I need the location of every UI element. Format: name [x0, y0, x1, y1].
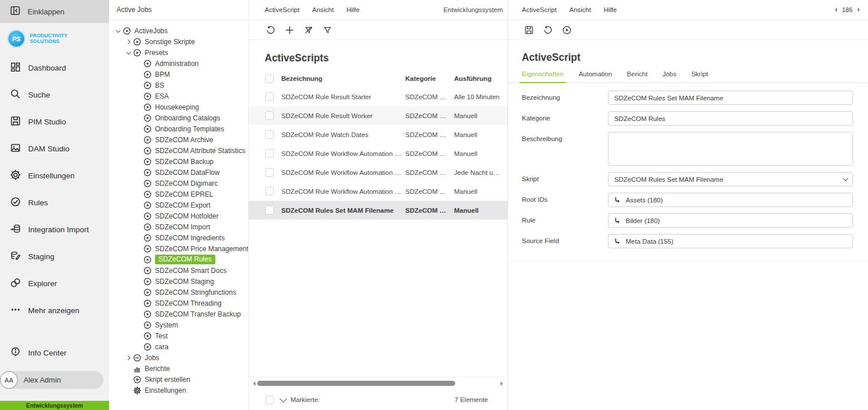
tree-item[interactable]: Skript erstellen: [109, 374, 248, 385]
tab-skript[interactable]: Skript: [691, 71, 708, 83]
menu-ansicht[interactable]: Ansicht: [569, 6, 591, 13]
source-field-field[interactable]: Meta Data (155): [608, 234, 853, 248]
tree-item[interactable]: Einstellungen: [109, 385, 248, 396]
sidebar-item-dam-studio[interactable]: DAM Studio: [0, 135, 109, 162]
tree-item[interactable]: SDZeCOM Threading: [109, 298, 248, 309]
sidebar-item-explorer[interactable]: Explorer: [0, 270, 109, 297]
tree-item[interactable]: SDZeCOM Import: [109, 221, 248, 232]
tree-item[interactable]: Presets: [109, 47, 248, 58]
table-row[interactable]: SDZeCOM Rule Workflow Automation Starter…: [249, 163, 507, 182]
sidebar-item-rules[interactable]: Rules: [0, 189, 109, 216]
tab-jobs[interactable]: Jobs: [662, 71, 676, 83]
tree-expander-icon[interactable]: [125, 38, 133, 46]
tree-expander-icon[interactable]: [115, 27, 123, 35]
collapse-sidebar-button[interactable]: Einklappen: [0, 0, 109, 23]
tree-item[interactable]: Housekeeping: [109, 101, 248, 112]
menu-activescript[interactable]: ActiveScript: [265, 6, 300, 13]
run-icon[interactable]: [561, 24, 572, 36]
column-kategorie[interactable]: Kategorie: [405, 75, 454, 82]
pager-prev-icon[interactable]: [832, 7, 837, 12]
sidebar-item-info-center[interactable]: Info Center: [0, 341, 109, 364]
tree-item[interactable]: Sonstige Skripte: [109, 36, 248, 47]
menu-hilfe[interactable]: Hilfe: [603, 6, 617, 13]
tree-item[interactable]: SDZeCOM Export: [109, 200, 248, 210]
tree-item[interactable]: System: [109, 319, 248, 330]
skript-select[interactable]: SDZeCOM Rules Set MAM Filename: [608, 172, 853, 186]
save-icon[interactable]: [523, 24, 534, 36]
tree-item[interactable]: BPM: [109, 69, 248, 80]
root-ids-field[interactable]: Assets (180): [608, 193, 853, 207]
row-checkbox[interactable]: [265, 130, 274, 139]
table-row[interactable]: SDZeCOM Rules Set MAM FilenameSDZeCOM Ru…: [249, 201, 507, 220]
table-row[interactable]: SDZeCOM Rule Result StarterSDZeCOM Rules…: [249, 87, 507, 106]
tree-item[interactable]: cara: [109, 341, 248, 352]
row-checkbox[interactable]: [265, 168, 274, 177]
sidebar-item-staging[interactable]: Staging: [0, 243, 109, 270]
scroll-left-icon[interactable]: [251, 381, 255, 386]
refresh-icon[interactable]: [542, 24, 553, 36]
table-row[interactable]: SDZeCOM Rule Workflow Automation WorkerS…: [249, 182, 507, 201]
tree-item[interactable]: BS: [109, 80, 248, 91]
column-bezeichnung[interactable]: Bezeichnung: [281, 75, 405, 82]
table-row[interactable]: SDZeCOM Rule Result WorkerSDZeCOM RulesM…: [249, 106, 507, 125]
marked-label[interactable]: Markierte:: [290, 396, 320, 403]
row-checkbox[interactable]: [265, 206, 274, 214]
tree-item[interactable]: Onboarding Catalogs: [109, 112, 248, 123]
scrollbar-thumb[interactable]: [257, 381, 455, 386]
tree-item[interactable]: SDZeCOM Ingredients: [109, 232, 248, 243]
row-checkbox[interactable]: [265, 92, 274, 101]
scrollbar-track[interactable]: [257, 381, 499, 386]
tree-expander-icon[interactable]: [125, 354, 133, 362]
tree-item[interactable]: SDZeCOM DataFlow: [109, 167, 248, 178]
row-checkbox[interactable]: [265, 187, 274, 196]
menu-ansicht[interactable]: Ansicht: [312, 6, 334, 13]
tree-item[interactable]: SDZeCOM Transfer Backup: [109, 309, 248, 319]
scroll-right-icon[interactable]: [501, 381, 505, 386]
tree-item[interactable]: SDZeCOM Price Management: [109, 243, 248, 254]
chevron-down-icon[interactable]: [280, 395, 287, 403]
beschreibung-textarea[interactable]: [608, 132, 853, 166]
tree-item[interactable]: SDZeCOM EPREL: [109, 189, 248, 200]
tree-item[interactable]: ActiveJobs: [109, 25, 248, 36]
sidebar-item-integration-import[interactable]: Integration Import: [0, 216, 109, 243]
tree-item[interactable]: Administration: [109, 58, 248, 69]
sidebar-item-dashboard[interactable]: Dashboard: [0, 54, 109, 81]
tree-item[interactable]: SDZeCOM Staging: [109, 276, 248, 287]
tree-expander-icon[interactable]: [125, 49, 133, 57]
tree-item[interactable]: SDZeCOM Digimarc: [109, 178, 248, 189]
column-ausfuehrung[interactable]: Ausführung: [454, 75, 508, 82]
add-icon[interactable]: [284, 24, 295, 36]
refresh-icon[interactable]: [265, 24, 276, 36]
table-row[interactable]: SDZeCOM Rule Watch DatesSDZeCOM RulesMan…: [249, 125, 507, 144]
sidebar-item-mehr-anzeigen[interactable]: Mehr anzeigen: [0, 297, 109, 324]
bezeichnung-input[interactable]: [608, 91, 853, 105]
horizontal-scrollbar[interactable]: [249, 377, 507, 389]
row-checkbox[interactable]: [265, 111, 274, 120]
sidebar-item-suche[interactable]: Suche: [0, 81, 109, 108]
tree-item[interactable]: Jobs: [109, 352, 248, 363]
tree-item[interactable]: SDZeCOM Backup: [109, 156, 248, 167]
tree-item[interactable]: SDZeCOM Hotfolder: [109, 210, 248, 221]
tab-automation[interactable]: Automation: [579, 71, 612, 83]
tree-item[interactable]: SDZeCOM Rules: [109, 254, 248, 265]
kategorie-input[interactable]: [608, 111, 853, 126]
sidebar-item-pim-studio[interactable]: PIM Studio: [0, 108, 109, 135]
row-checkbox[interactable]: [265, 149, 274, 158]
tree-item[interactable]: SDZeCOM Archive: [109, 134, 248, 145]
footer-checkbox[interactable]: [265, 396, 274, 404]
tree-item[interactable]: SDZeCOM Attribute Statistics: [109, 145, 248, 156]
filter-icon[interactable]: [321, 24, 333, 36]
table-row[interactable]: SDZeCOM Rule Workflow Automation by d...…: [249, 144, 507, 163]
tree-item[interactable]: SDZeCOM Stringfunctions: [109, 287, 248, 298]
filter-clear-icon[interactable]: [303, 24, 314, 36]
pager-next-icon[interactable]: [858, 7, 862, 12]
select-all-checkbox[interactable]: [265, 75, 274, 83]
menu-activescript[interactable]: ActiveScript: [522, 6, 557, 13]
tab-eigenschaften[interactable]: Eigenschaften: [522, 71, 564, 83]
tree-item[interactable]: Onboarding Templates: [109, 123, 248, 134]
tree-item[interactable]: SDZeCOM Smart Docs: [109, 265, 248, 276]
user-menu[interactable]: AA Alex Admin: [0, 371, 103, 389]
sidebar-item-einstellungen[interactable]: Einstellungen: [0, 162, 109, 189]
tree-item[interactable]: Berichte: [109, 363, 248, 374]
tree-item[interactable]: Test: [109, 330, 248, 341]
